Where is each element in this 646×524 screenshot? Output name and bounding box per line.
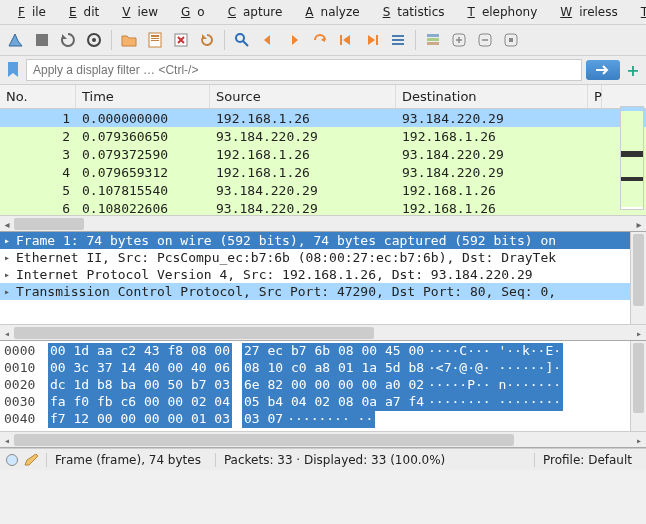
display-filter-input[interactable] [26, 59, 582, 81]
display-filter-bar: + [0, 56, 646, 85]
zoom-reset-button[interactable] [499, 28, 523, 52]
capture-options-button[interactable] [82, 28, 106, 52]
go-back-button[interactable] [256, 28, 280, 52]
menu-tools[interactable]: Tools [627, 2, 646, 22]
packet-row[interactable]: 30.079372590192.168.1.2693.184.220.29 [0, 145, 646, 163]
status-bar: Frame (frame), 74 bytes Packets: 33 · Di… [0, 448, 646, 470]
open-file-button[interactable] [117, 28, 141, 52]
column-header-source[interactable]: Source [210, 85, 396, 108]
packet-list-header[interactable]: No. Time Source Destination P [0, 85, 646, 109]
menu-go[interactable]: Go [167, 2, 212, 22]
svg-point-2 [92, 38, 96, 42]
menu-analyze[interactable]: Analyze [291, 2, 366, 22]
menu-file[interactable]: File [4, 2, 53, 22]
packet-bytes-pane: 0000 00 1d aa c2 43 f8 08 00 27 ec b7 6b… [0, 341, 646, 448]
apply-filter-button[interactable] [586, 60, 620, 80]
column-header-destination[interactable]: Destination [396, 85, 588, 108]
packet-list-pane: No. Time Source Destination P 10.0000000… [0, 85, 646, 232]
auto-scroll-button[interactable] [386, 28, 410, 52]
reload-file-button[interactable] [195, 28, 219, 52]
svg-rect-12 [392, 39, 404, 41]
toolbar [0, 25, 646, 56]
vertical-scrollbar[interactable] [630, 232, 646, 324]
packet-row[interactable]: 40.079659312192.168.1.2693.184.220.29 [0, 163, 646, 181]
menu-bar: FileEditViewGoCaptureAnalyzeStatisticsTe… [0, 0, 646, 25]
stop-capture-button[interactable] [30, 28, 54, 52]
protocol-tree-item[interactable]: ▸Ethernet II, Src: PcsCompu_ec:b7:6b (08… [0, 249, 646, 266]
status-packet-counts: Packets: 33 · Displayed: 33 (100.0%) [215, 453, 528, 467]
save-file-button[interactable] [143, 28, 167, 52]
expert-info-icon[interactable] [6, 454, 18, 466]
column-header-protocol[interactable]: P [588, 85, 602, 108]
toolbar-separator [111, 30, 112, 50]
svg-rect-13 [392, 43, 404, 45]
protocol-tree-item[interactable]: ▸Transmission Control Protocol, Src Port… [0, 283, 646, 300]
shark-fin-icon[interactable] [4, 28, 28, 52]
zoom-in-button[interactable] [447, 28, 471, 52]
packet-row[interactable]: 50.10781554093.184.220.29192.168.1.26 [0, 181, 646, 199]
packet-row[interactable]: 20.07936065093.184.220.29192.168.1.26 [0, 127, 646, 145]
svg-rect-10 [376, 35, 378, 45]
menu-capture[interactable]: Capture [214, 2, 290, 22]
packet-details-pane: ▸Frame 1: 74 bytes on wire (592 bits), 7… [0, 232, 646, 341]
toolbar-separator [224, 30, 225, 50]
hex-row[interactable]: 0000 00 1d aa c2 43 f8 08 00 27 ec b7 6b… [4, 343, 642, 360]
column-header-time[interactable]: Time [76, 85, 210, 108]
hex-row[interactable]: 0040 f7 12 00 00 00 00 01 03 03 07 ·····… [4, 411, 642, 428]
bookmark-icon[interactable] [4, 61, 22, 79]
column-header-no[interactable]: No. [0, 85, 76, 108]
restart-capture-button[interactable] [56, 28, 80, 52]
menu-wireless[interactable]: Wireless [546, 2, 624, 22]
find-packet-button[interactable] [230, 28, 254, 52]
toolbar-separator [415, 30, 416, 50]
horizontal-scrollbar[interactable]: ◂▸ [0, 324, 646, 340]
go-first-button[interactable] [334, 28, 358, 52]
add-filter-button[interactable]: + [624, 61, 642, 79]
svg-rect-16 [427, 42, 439, 45]
menu-statistics[interactable]: Statistics [369, 2, 452, 22]
intelligent-scrollbar[interactable] [620, 106, 644, 210]
zoom-out-button[interactable] [473, 28, 497, 52]
svg-rect-6 [151, 40, 159, 41]
svg-point-8 [236, 34, 244, 42]
vertical-scrollbar[interactable] [630, 341, 646, 431]
packet-row[interactable]: 10.000000000192.168.1.2693.184.220.29 [0, 109, 646, 127]
edit-capture-comment-icon[interactable] [24, 453, 40, 467]
hex-row[interactable]: 0020 dc 1d b8 ba 00 50 b7 03 6e 82 00 00… [4, 377, 642, 394]
svg-rect-4 [151, 35, 159, 37]
svg-rect-5 [151, 38, 159, 39]
menu-telephony[interactable]: Telephony [454, 2, 545, 22]
colorize-button[interactable] [421, 28, 445, 52]
svg-rect-20 [509, 38, 513, 42]
packet-row[interactable]: 60.10802260693.184.220.29192.168.1.26 [0, 199, 646, 215]
svg-rect-9 [340, 35, 342, 45]
packet-list-body[interactable]: 10.000000000192.168.1.2693.184.220.2920.… [0, 109, 646, 215]
go-to-packet-button[interactable] [308, 28, 332, 52]
svg-rect-0 [36, 34, 48, 46]
horizontal-scrollbar[interactable]: ◂▸ [0, 431, 646, 447]
go-forward-button[interactable] [282, 28, 306, 52]
menu-view[interactable]: View [108, 2, 165, 22]
svg-rect-14 [427, 34, 439, 37]
close-file-button[interactable] [169, 28, 193, 52]
menu-edit[interactable]: Edit [55, 2, 106, 22]
hex-row[interactable]: 0030 fa f0 fb c6 00 00 02 04 05 b4 04 02… [4, 394, 642, 411]
go-last-button[interactable] [360, 28, 384, 52]
svg-rect-11 [392, 35, 404, 37]
status-frame-info: Frame (frame), 74 bytes [46, 453, 209, 467]
hex-row[interactable]: 0010 00 3c 37 14 40 00 40 06 08 10 c0 a8… [4, 360, 642, 377]
protocol-tree-item[interactable]: ▸Frame 1: 74 bytes on wire (592 bits), 7… [0, 232, 646, 249]
horizontal-scrollbar[interactable]: ◂▸ [0, 215, 646, 231]
svg-rect-15 [427, 38, 439, 41]
status-profile[interactable]: Profile: Default [534, 453, 640, 467]
protocol-tree-item[interactable]: ▸Internet Protocol Version 4, Src: 192.1… [0, 266, 646, 283]
